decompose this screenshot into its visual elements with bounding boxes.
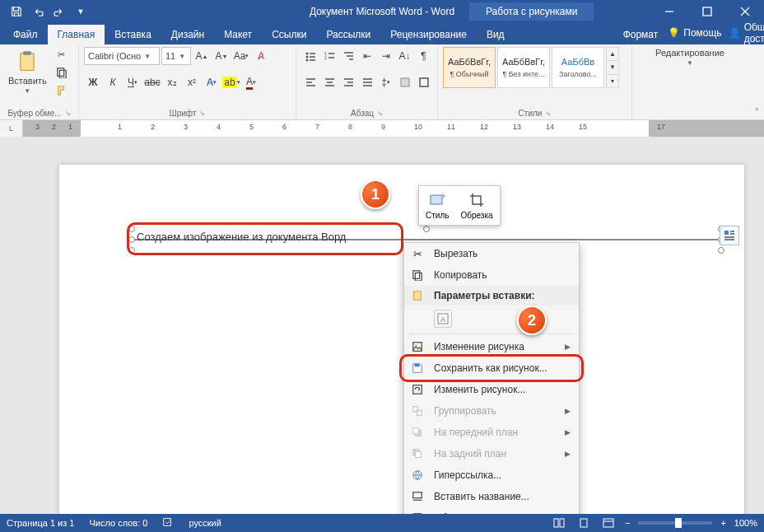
format-painter-button[interactable] (54, 83, 70, 98)
ctx-paste-header: Параметры вставки: (404, 286, 579, 306)
resize-handle[interactable] (718, 247, 724, 254)
clear-format-button[interactable]: A̷ (252, 47, 270, 65)
horizontal-ruler[interactable]: 321 123 456 789 101112 131415 17 (23, 120, 764, 137)
multilevel-button[interactable] (339, 47, 356, 65)
justify-button[interactable] (358, 73, 375, 91)
grow-font-button[interactable]: A▲ (193, 47, 211, 65)
align-center-button[interactable] (320, 73, 338, 91)
gallery-expand-button[interactable]: ▾ (607, 75, 618, 87)
shrink-font-button[interactable]: A▼ (212, 47, 231, 65)
font-color-button[interactable]: A▾ (242, 73, 260, 91)
align-left-button[interactable] (301, 73, 319, 91)
layout-options-button[interactable] (720, 226, 739, 245)
styles-gallery[interactable]: АаБбВвГг,¶ Обычный АаБбВвГг,¶ Без инте..… (443, 47, 619, 88)
bold-button[interactable]: Ж (84, 73, 102, 91)
dialog-launcher-icon[interactable]: ↘ (65, 110, 71, 117)
zoom-out-button[interactable]: − (625, 518, 630, 528)
page[interactable]: Создаем изображение из документа Ворд Ст… (59, 165, 744, 519)
strike-button[interactable]: abc (143, 73, 161, 91)
status-language[interactable]: русский (189, 518, 221, 528)
ctx-change-picture[interactable]: Изменить рисунок... (404, 379, 579, 400)
gallery-up-button[interactable]: ▲ (607, 48, 618, 61)
ctx-hyperlink[interactable]: Гиперссылка... (404, 464, 579, 486)
zoom-in-button[interactable]: + (720, 518, 725, 528)
borders-button[interactable] (415, 73, 432, 91)
qat-dropdown-icon[interactable]: ▼ (72, 3, 89, 20)
share-button[interactable]: 👤Общий доступ (729, 21, 764, 44)
font-size-combo[interactable]: 11▼ (161, 47, 191, 65)
style-heading1[interactable]: АаБбВвЗаголово... (552, 47, 604, 88)
style-normal[interactable]: АаБбВвГг,¶ Обычный (443, 47, 496, 88)
tab-format[interactable]: Формат (613, 25, 668, 44)
gallery-down-button[interactable]: ▼ (607, 61, 618, 74)
underline-button[interactable]: Ч▾ (123, 73, 142, 91)
view-print-button[interactable] (575, 516, 592, 530)
tab-view[interactable]: Вид (477, 25, 515, 44)
paste-picture-button[interactable]: A (434, 310, 452, 328)
vertical-ruler[interactable] (0, 137, 23, 514)
close-button[interactable] (726, 0, 764, 23)
tab-design[interactable]: Дизайн (161, 25, 214, 44)
zoom-slider[interactable] (638, 521, 712, 525)
resize-handle[interactable] (423, 226, 430, 232)
save-icon[interactable] (8, 3, 25, 20)
resize-handle[interactable] (128, 226, 135, 232)
sort-button[interactable]: A↓ (396, 47, 413, 65)
subscript-button[interactable]: x₂ (163, 73, 181, 91)
cut-button[interactable]: ✂ (54, 47, 70, 62)
decrease-indent-button[interactable]: ⇤ (358, 47, 375, 65)
svg-rect-66 (603, 519, 613, 527)
increase-indent-button[interactable]: ⇥ (377, 47, 394, 65)
spellcheck-icon[interactable] (162, 516, 174, 530)
highlight-button[interactable]: ab▾ (222, 73, 240, 91)
dialog-launcher-icon[interactable]: ↘ (377, 110, 383, 117)
ctx-copy[interactable]: Копировать (404, 264, 579, 286)
ctx-cut[interactable]: ✂Вырезать (404, 243, 579, 264)
view-web-button[interactable] (600, 516, 617, 530)
tab-references[interactable]: Ссылки (262, 25, 316, 44)
numbering-button[interactable]: 12 (320, 47, 338, 65)
font-name-combo[interactable]: Calibri (Осно▼ (84, 47, 160, 65)
status-page[interactable]: Страница 1 из 1 (7, 518, 74, 528)
style-no-spacing[interactable]: АаБбВвГг,¶ Без инте... (497, 47, 550, 88)
resize-handle[interactable] (128, 247, 135, 254)
redo-icon[interactable] (51, 3, 68, 20)
paste-button[interactable]: Вставить ▼ (5, 47, 50, 96)
tab-mailings[interactable]: Рассылки (316, 25, 380, 44)
status-words[interactable]: Число слов: 0 (89, 518, 147, 528)
text-effects-button[interactable]: A▾ (203, 73, 221, 91)
maximize-button[interactable] (688, 0, 726, 23)
superscript-button[interactable]: x² (183, 73, 201, 91)
align-right-button[interactable] (339, 73, 356, 91)
ctx-save-as-picture[interactable]: Сохранить как рисунок... (404, 357, 579, 379)
mini-style-button[interactable]: Стиль (422, 189, 452, 222)
tab-review[interactable]: Рецензирование (380, 25, 477, 44)
resize-handle[interactable] (128, 236, 135, 243)
shading-button[interactable] (396, 73, 413, 91)
tab-layout[interactable]: Макет (214, 25, 262, 44)
line-spacing-button[interactable]: ‡▾ (377, 73, 394, 91)
tab-insert[interactable]: Вставка (105, 25, 161, 44)
editing-dropdown[interactable]: Редактирование ▼ (652, 47, 728, 68)
italic-button[interactable]: К (104, 73, 122, 91)
copy-button[interactable] (54, 65, 70, 80)
dialog-launcher-icon[interactable]: ↘ (199, 110, 205, 117)
change-case-button[interactable]: Aa▾ (232, 47, 250, 65)
help-button[interactable]: 💡Помощь (668, 27, 721, 39)
ruler-corner[interactable]: L (0, 120, 23, 137)
mini-crop-button[interactable]: Обрезка (457, 189, 496, 222)
window-title: Документ Microsoft Word - Word (310, 6, 454, 17)
tab-file[interactable]: Файл (3, 25, 48, 44)
ctx-edit-picture[interactable]: Изменение рисунка▶ (404, 336, 579, 357)
tab-home[interactable]: Главная (48, 25, 105, 44)
ctx-insert-caption[interactable]: Вставить название... (404, 486, 579, 507)
dialog-launcher-icon[interactable]: ↘ (545, 110, 551, 117)
bullets-button[interactable] (301, 47, 319, 65)
zoom-level[interactable]: 100% (734, 518, 757, 528)
show-marks-button[interactable]: ¶ (415, 47, 432, 65)
collapse-ribbon-button[interactable]: ˄ (755, 107, 759, 116)
view-read-button[interactable] (551, 516, 567, 530)
zoom-thumb[interactable] (675, 518, 682, 528)
undo-icon[interactable] (30, 3, 46, 20)
minimize-button[interactable] (650, 0, 688, 23)
